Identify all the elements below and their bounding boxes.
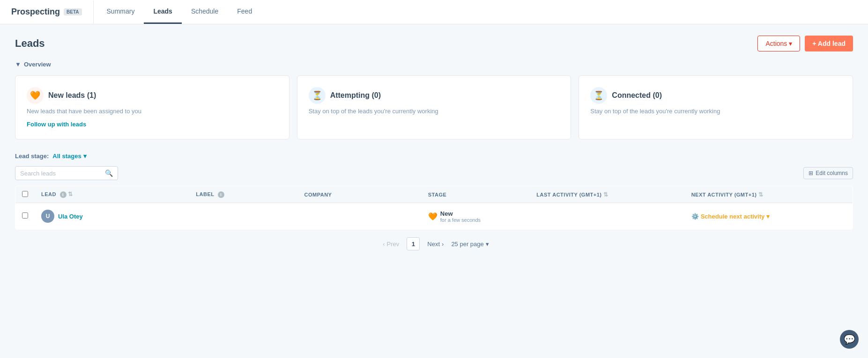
- new-leads-card: 🧡 New leads (1) New leads that have been…: [15, 75, 289, 139]
- edit-columns-label: Edit columns: [816, 170, 848, 176]
- search-input[interactable]: [20, 170, 101, 177]
- beta-badge: BETA: [64, 8, 82, 15]
- page-title: Leads: [15, 37, 45, 50]
- new-leads-icon: 🧡: [27, 87, 44, 104]
- next-activity-sort-icon[interactable]: ⇅: [758, 193, 764, 197]
- chevron-left-icon: ‹: [383, 241, 385, 248]
- connected-card: ⏳ Connected (0) Stay on top of the leads…: [579, 75, 853, 139]
- tab-leads[interactable]: Leads: [144, 0, 181, 24]
- search-icon: 🔍: [105, 169, 113, 177]
- lead-stage-filter[interactable]: All stages ▾: [52, 153, 86, 160]
- filter-label: Lead stage:: [15, 153, 49, 160]
- company-column-header: COMPANY: [304, 192, 332, 197]
- tab-schedule[interactable]: Schedule: [182, 0, 228, 24]
- attempting-title: Attempting (0): [330, 91, 381, 100]
- table-toolbar: 🔍 ⊞ Edit columns: [15, 166, 853, 180]
- chevron-down-icon: ▾: [766, 213, 770, 220]
- next-activity-column-header: NEXT ACTIVITY (GMT+1): [691, 192, 757, 197]
- header-actions: Actions ▾ + Add lead: [757, 36, 853, 51]
- attempting-desc: Stay on top of the leads you're currentl…: [309, 108, 560, 115]
- last-activity-cell: [530, 203, 684, 230]
- overview-label: Overview: [24, 61, 51, 68]
- avatar: U: [41, 210, 54, 223]
- connected-icon: ⏳: [590, 87, 607, 104]
- nav-tabs: Summary Leads Schedule Feed: [97, 0, 262, 24]
- stage-icon: 🧡: [428, 212, 438, 221]
- lead-info-icon: i: [60, 191, 67, 198]
- stage-column-header: STAGE: [428, 192, 447, 197]
- chevron-down-icon: ▾: [789, 40, 792, 47]
- add-lead-button[interactable]: + Add lead: [805, 36, 853, 51]
- per-page-selector[interactable]: 25 per page ▾: [451, 241, 489, 248]
- follow-up-link[interactable]: Follow up with leads: [27, 121, 86, 128]
- chevron-down-icon: ▾: [83, 153, 87, 160]
- actions-button[interactable]: Actions ▾: [757, 36, 800, 51]
- attempting-icon: ⏳: [309, 87, 326, 104]
- connected-desc: Stay on top of the leads you're currentl…: [590, 108, 841, 115]
- current-page: 1: [407, 237, 420, 250]
- table-icon: ⊞: [809, 170, 813, 176]
- chevron-right-icon: ›: [442, 241, 444, 248]
- leads-table: LEAD i ⇅ LABEL i COMPANY STAGE: [15, 186, 853, 230]
- attempting-card: ⏳ Attempting (0) Stay on top of the lead…: [297, 75, 571, 139]
- schedule-gear-icon: ⚙️: [691, 213, 699, 220]
- chevron-down-icon: ▾: [486, 241, 489, 248]
- schedule-link-text: Schedule next activity: [701, 213, 765, 220]
- filter-row: Lead stage: All stages ▾: [15, 153, 853, 160]
- schedule-next-activity-link[interactable]: ⚙️ Schedule next activity ▾: [691, 213, 833, 220]
- stage-cell: 🧡 New for a few seconds: [422, 203, 530, 230]
- top-navigation: Prospecting BETA Summary Leads Schedule …: [0, 0, 868, 24]
- table-row: U Ula Otey 🧡 New for a few seconds: [15, 203, 853, 230]
- connected-title: Connected (0): [612, 91, 662, 100]
- label-info-icon: i: [218, 191, 224, 198]
- chevron-down-icon: ▼: [15, 61, 21, 68]
- new-leads-title: New leads (1): [48, 91, 96, 100]
- app-title: Prospecting BETA: [11, 0, 94, 23]
- overview-cards: 🧡 New leads (1) New leads that have been…: [15, 75, 853, 139]
- tab-feed[interactable]: Feed: [228, 0, 261, 24]
- pagination: ‹ Prev 1 Next › 25 per page ▾: [15, 237, 853, 250]
- stage-sub: for a few seconds: [440, 217, 481, 223]
- overview-section-header[interactable]: ▼ Overview: [15, 61, 853, 68]
- filter-value: All stages: [52, 153, 81, 160]
- edit-columns-button[interactable]: ⊞ Edit columns: [803, 167, 853, 179]
- new-leads-desc: New leads that have been assigned to you: [27, 108, 278, 115]
- page-header: Leads Actions ▾ + Add lead: [15, 36, 853, 51]
- search-box[interactable]: 🔍: [15, 166, 118, 180]
- label-cell: [189, 203, 297, 230]
- prev-button[interactable]: ‹ Prev: [379, 239, 403, 249]
- lead-name-link[interactable]: Ula Otey: [58, 213, 83, 220]
- last-activity-column-header: LAST ACTIVITY (GMT+1): [536, 192, 601, 197]
- last-activity-sort-icon[interactable]: ⇅: [603, 193, 608, 197]
- lead-sort-icon[interactable]: ⇅: [68, 192, 73, 197]
- main-content: Leads Actions ▾ + Add lead ▼ Overview 🧡 …: [0, 24, 868, 262]
- row-checkbox[interactable]: [22, 212, 28, 219]
- stage-text: New: [440, 210, 481, 217]
- select-all-checkbox[interactable]: [22, 191, 28, 197]
- app-title-text: Prospecting: [11, 7, 60, 17]
- next-activity-cell: ⚙️ Schedule next activity ▾: [685, 203, 839, 230]
- company-cell: [298, 203, 422, 230]
- label-column-header: LABEL: [196, 191, 214, 197]
- next-button[interactable]: Next ›: [423, 239, 447, 249]
- tab-summary[interactable]: Summary: [97, 0, 144, 24]
- lead-column-header: LEAD: [41, 191, 56, 197]
